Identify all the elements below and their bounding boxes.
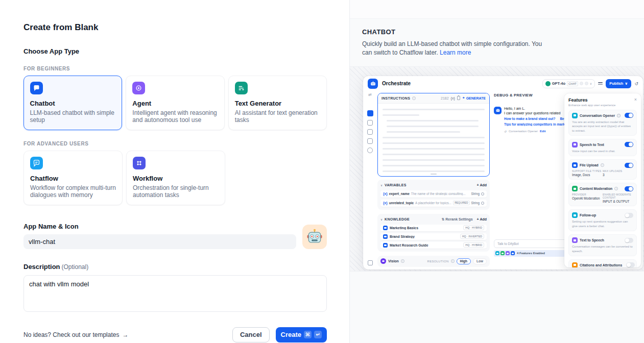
card-title: Text Generator [235, 100, 320, 107]
instructions-skeleton [378, 104, 489, 177]
file-upload-icon [572, 162, 578, 168]
publish-button: Publish ∨ [606, 79, 631, 88]
info-icon: i [614, 187, 618, 190]
cancel-button[interactable]: Cancel [232, 327, 270, 342]
description-section: Description(Optional) chat with vllm mod… [23, 262, 327, 314]
app-name-label: App Name & Icon [23, 223, 296, 230]
card-title: Workflow [133, 175, 219, 182]
preview-description: Quickly build an LLM-based chatbot with … [362, 40, 552, 58]
app-name-input[interactable] [23, 234, 296, 249]
chatflow-icon [30, 157, 43, 169]
feature-content-moderation: Content Moderation i PROVIDER OpenAI Mod… [568, 183, 637, 206]
app-card-workflow[interactable]: Workflow Orchestration for single-turn a… [126, 151, 225, 205]
feature-conversation-opener: Conversation Opener i You are an entity … [568, 110, 637, 136]
toggle [625, 142, 633, 147]
vision-section: Vision i RESOLUTION i High Low [377, 256, 490, 267]
app-name-section: App Name & Icon [23, 223, 327, 249]
top-strip [350, 0, 644, 19]
app-card-text-generator[interactable]: Text Generator AI assistant for text gen… [228, 76, 327, 130]
history-icon: ↺ [634, 81, 638, 86]
app-card-chatbot[interactable]: Chatbot LLM-based chatbot with simple se… [23, 76, 122, 130]
modal-footer: No ideas? Check out our templates → Canc… [23, 327, 327, 342]
caret-icon: ∨ [380, 218, 383, 221]
toggle [625, 163, 633, 168]
create-app-modal: Create from Blank Choose App Type FOR BE… [0, 0, 349, 343]
app-icon-picker[interactable] [302, 225, 327, 249]
sliders-icon [598, 82, 603, 85]
feature-speech-to-text: Speech to Text Voice input can be used i… [568, 139, 637, 156]
sidebar-settings-icon [367, 148, 373, 153]
knowledge-section: ∨ KNOWLEDGE ⇅ Rerank Settings + Add [377, 214, 490, 252]
bot-avatar [494, 107, 502, 114]
model-mode-badge: CHAT [567, 81, 578, 86]
resize-handle [431, 174, 437, 175]
card-title: Chatbot [30, 100, 116, 107]
app-card-agent[interactable]: Agent Intelligent agent with reasoning a… [126, 76, 224, 130]
feature-file-upload: File Upload i SUPPORT FILE TYPES Image, … [568, 159, 637, 180]
sparkle-icon: ✦ [462, 96, 465, 100]
page-title: Create from Blank [23, 22, 327, 33]
knowledge-row: Market Research Guide HQ · HYBRID [380, 242, 487, 249]
conversation-opener-icon [572, 113, 578, 118]
chevron-down-icon: ∨ [625, 81, 628, 86]
description-textarea[interactable]: chat with vllm model [23, 275, 327, 312]
app-robot-icon [368, 79, 378, 89]
refresh-icon: ↺ [504, 130, 507, 133]
model-selector: GPT-4o CHAT ∨ [542, 79, 595, 88]
close-icon: × [634, 97, 637, 102]
info-icon: i [617, 114, 621, 117]
citations-icon [572, 262, 578, 267]
enter-key-icon: ↵ [314, 331, 322, 338]
editor-sections: ∨ VARIABLES + Add {x} expert_name The na… [377, 180, 490, 267]
instructions-title: INSTRUCTIONS [381, 96, 410, 100]
description-label: Description [23, 263, 60, 271]
copy-icon [457, 96, 460, 100]
model-param-icon [580, 82, 583, 85]
workflow-icon [133, 157, 146, 169]
sidebar-image-icon [367, 120, 373, 126]
chevron-down-icon: ∨ [590, 82, 592, 85]
caret-icon: ∨ [380, 184, 383, 187]
swap-icon: ⇄ [368, 92, 372, 97]
model-provider-icon [545, 81, 551, 86]
agent-icon [132, 82, 145, 94]
toggle [625, 113, 633, 118]
text-generator-icon [235, 82, 248, 94]
feature-citations: Citations and Attributions Show source d… [568, 259, 637, 267]
knowledge-row: Marketing Basics HQ · HYBRID [380, 225, 487, 231]
text-to-speech-icon [572, 237, 578, 243]
sidebar-note-icon [367, 138, 373, 144]
app-card-chatflow[interactable]: Chatflow Workflow for complex multi-turn… [23, 151, 123, 205]
advanced-cards-row: Chatflow Workflow for complex multi-turn… [23, 151, 327, 205]
editor-title: Orchestrate [382, 81, 411, 86]
file-upload-mini-icon [511, 251, 515, 255]
model-param-icon [585, 82, 588, 85]
card-desc: Orchestration for single-turn automation… [133, 184, 219, 199]
editor-sidebar: ⇄ [363, 91, 377, 270]
editor-header: Orchestrate GPT-4o CHAT ∨ Publish [363, 76, 643, 91]
chatbot-icon [30, 82, 43, 94]
token-count: 2182 [441, 96, 449, 100]
templates-link[interactable]: No ideas? Check out our templates → [23, 331, 128, 338]
bot-message: Hello, I am L. I can answer your questio… [494, 107, 571, 133]
description-optional-label: (Optional) [62, 263, 89, 271]
info-icon: i [601, 163, 604, 167]
app-type-preview-panel: CHATBOT Quickly build an LLM-based chatb… [349, 0, 644, 343]
learn-more-link[interactable]: Learn more [440, 49, 471, 56]
create-button[interactable]: Create ⌘ ↵ [276, 327, 327, 342]
knowledge-row: Brand Strategy HQ · INVERTED [380, 233, 487, 240]
dataset-icon [383, 226, 388, 230]
info-icon: i [451, 259, 455, 263]
chatbot-preview-image: Orchestrate GPT-4o CHAT ∨ Publish [350, 66, 644, 272]
toggle [625, 186, 633, 191]
orchestrate-editor-preview: Orchestrate GPT-4o CHAT ∨ Publish [363, 76, 643, 270]
debug-preview-panel: DEBUG & PREVIEW Hello, I am L. I can ans… [494, 93, 571, 133]
beginner-cards-row: Chatbot LLM-based chatbot with simple se… [23, 76, 327, 130]
card-title: Chatflow [30, 175, 116, 182]
dataset-icon [383, 234, 388, 239]
add-variable-button: + Add [477, 183, 487, 187]
generate-button: ✦ GENERATE [462, 96, 486, 100]
features-panel: Features × Enhance web app user experien… [564, 93, 641, 267]
suggested-question: How to make a brand stand out? [504, 117, 555, 120]
content-moderation-icon [572, 186, 578, 191]
